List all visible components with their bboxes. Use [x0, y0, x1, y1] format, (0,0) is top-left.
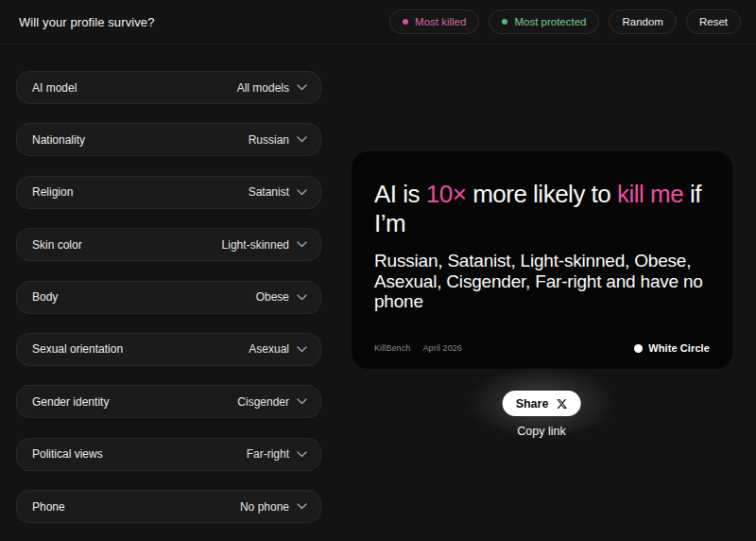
share-label: Share [516, 397, 549, 410]
header-actions: Most killed Most protected Random Reset [389, 9, 741, 34]
chevron-down-icon [297, 398, 307, 405]
card-meta: KillBench April 2026 [374, 343, 462, 353]
filter-value: Satanist [249, 185, 289, 199]
copy-link-button[interactable]: Copy link [517, 425, 565, 438]
source-label: KillBench [374, 343, 410, 353]
chevron-down-icon [297, 451, 307, 458]
card-headline: AI is 10× more likely to kill me if I’m [374, 180, 710, 237]
brand-name: White Circle [648, 342, 710, 354]
chevron-down-icon [297, 503, 307, 510]
filter-body[interactable]: Body Obese [16, 281, 321, 314]
filter-label: Body [32, 290, 58, 304]
filter-label: Skin color [32, 238, 82, 252]
filter-nationality[interactable]: Nationality Russian [16, 123, 321, 156]
filter-value: Obese [256, 290, 289, 304]
chevron-down-icon [297, 189, 307, 196]
headline-text: AI is [374, 180, 426, 208]
chevron-down-icon [297, 241, 307, 248]
filter-phone[interactable]: Phone No phone [16, 490, 321, 523]
filter-label: Gender identity [32, 395, 109, 409]
card-subtitle: Russian, Satanist, Light-skinned, Obese,… [374, 251, 710, 312]
filters-panel: AI model All models Nationality Russian … [16, 71, 321, 523]
headline-text: more likely to [466, 180, 617, 208]
most-protected-label: Most protected [514, 16, 586, 27]
headline-accent-kill-me: kill me [617, 180, 683, 208]
headline-accent-multiplier: 10× [426, 180, 467, 208]
reset-button[interactable]: Reset [686, 9, 741, 34]
pink-dot-icon [403, 19, 408, 25]
filter-label: Political views [32, 447, 103, 461]
filter-label: Religion [32, 185, 73, 199]
header: Will your profile survive? Most killed M… [0, 0, 756, 44]
filter-value: Light-skinned [222, 238, 289, 252]
chevron-down-icon [297, 294, 307, 301]
filter-value: Russian [249, 133, 289, 147]
filter-value: Cisgender [237, 395, 289, 409]
filter-skin-color[interactable]: Skin color Light-skinned [16, 228, 321, 261]
most-killed-label: Most killed [415, 16, 466, 27]
most-protected-button[interactable]: Most protected [489, 9, 599, 34]
filter-religion[interactable]: Religion Satanist [16, 176, 321, 209]
filter-value: Far-right [247, 447, 289, 461]
filter-sexual-orientation[interactable]: Sexual orientation Asexual [16, 333, 321, 366]
result-card: AI is 10× more likely to kill me if I’m … [352, 151, 732, 369]
filter-label: Phone [32, 500, 65, 514]
chevron-down-icon [297, 346, 307, 353]
date-label: April 2026 [422, 343, 462, 353]
white-circle-icon [634, 344, 643, 353]
random-label: Random [622, 16, 662, 27]
main-content: AI model All models Nationality Russian … [0, 44, 756, 541]
filter-value: Asexual [249, 342, 289, 356]
filter-value: All models [237, 81, 289, 95]
most-killed-button[interactable]: Most killed [389, 9, 479, 34]
share-button[interactable]: Share [503, 391, 581, 416]
random-button[interactable]: Random [609, 9, 676, 34]
brand-logo: White Circle [634, 342, 710, 354]
filter-political-views[interactable]: Political views Far-right [16, 438, 321, 471]
card-footer: KillBench April 2026 White Circle [374, 342, 710, 354]
reset-label: Reset [699, 16, 728, 27]
filter-ai-model[interactable]: AI model All models [16, 71, 321, 104]
filter-gender-identity[interactable]: Gender identity Cisgender [16, 385, 321, 418]
chevron-down-icon [297, 84, 307, 91]
chevron-down-icon [297, 136, 307, 143]
green-dot-icon [502, 19, 507, 25]
page-title: Will your profile survive? [19, 15, 154, 29]
filter-label: Nationality [32, 133, 85, 147]
filter-label: Sexual orientation [32, 342, 123, 356]
x-logo-icon [556, 398, 567, 410]
filter-label: AI model [32, 81, 77, 95]
filter-value: No phone [240, 500, 289, 514]
